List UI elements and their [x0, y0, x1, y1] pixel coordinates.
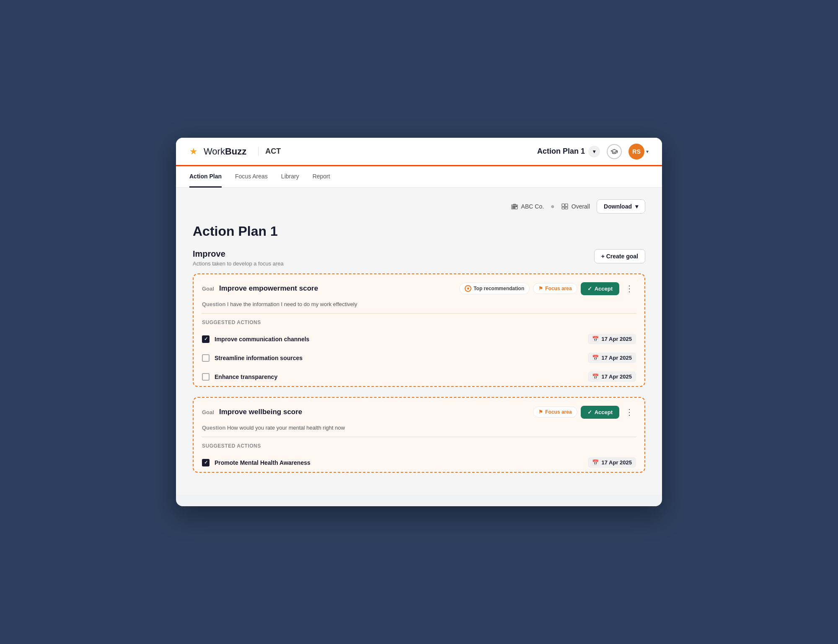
- avatar-chevron: ▾: [646, 149, 649, 155]
- header-right: Action Plan 1 ▾ RS ▾: [537, 144, 649, 160]
- help-icon-button[interactable]: [607, 144, 622, 159]
- svg-rect-2: [514, 206, 515, 206]
- download-button[interactable]: Download ▾: [597, 199, 645, 214]
- content-toolbar: ABC Co. ● Overall Download ▾: [193, 199, 645, 214]
- action-date-1-3: 📅 17 Apr 2025: [588, 371, 636, 382]
- accept-label-1: Accept: [595, 286, 613, 292]
- calendar-icon-2-1: 📅: [592, 459, 599, 466]
- tab-report[interactable]: Report: [313, 166, 330, 188]
- app-section-label: ACT: [258, 147, 281, 156]
- svg-rect-6: [562, 204, 564, 206]
- date-text-1-3: 17 Apr 2025: [601, 374, 632, 380]
- main-content: ABC Co. ● Overall Download ▾ Action Plan…: [176, 188, 662, 495]
- app-header: ★ WorkBuzz ACT Action Plan 1 ▾ RS ▾: [176, 138, 662, 166]
- action-item-1-3: Enhance transparency 📅 17 Apr 2025: [194, 367, 644, 386]
- action-checkbox-1-1[interactable]: [202, 335, 210, 343]
- top-rec-icon: ★: [465, 285, 471, 292]
- section-title-group: Improve Actions taken to develop a focus…: [193, 249, 284, 267]
- accept-label-2: Accept: [595, 409, 613, 415]
- focus-area-label-2: Focus area: [545, 409, 572, 415]
- download-label: Download: [604, 203, 632, 210]
- logo-buzz: Buzz: [225, 146, 246, 157]
- action-label-1-3: Enhance transparency: [215, 374, 583, 380]
- accept-button-1[interactable]: ✓ Accept: [581, 282, 619, 295]
- overall-selector[interactable]: Overall: [561, 203, 590, 210]
- accept-check-icon-2: ✓: [587, 409, 592, 415]
- svg-rect-5: [514, 207, 515, 208]
- goal-1-badges: ★ Top recommendation ⚑ Focus area ✓ Acce…: [459, 282, 636, 295]
- focus-area-badge-1: ⚑ Focus area: [533, 283, 577, 294]
- svg-rect-1: [512, 206, 513, 206]
- tab-library[interactable]: Library: [281, 166, 299, 188]
- svg-rect-8: [562, 207, 564, 209]
- svg-rect-3: [516, 206, 517, 206]
- dot-separator: ●: [551, 203, 555, 210]
- goal-2-badges: ⚑ Focus area ✓ Accept ⋮: [533, 405, 636, 419]
- svg-rect-7: [565, 204, 568, 206]
- section-subtitle: Actions taken to develop a focus area: [193, 260, 284, 267]
- action-checkbox-2-1[interactable]: [202, 459, 210, 466]
- goal-card-2: Goal Improve wellbeing score ⚑ Focus are…: [193, 397, 645, 473]
- section-title: Improve: [193, 249, 284, 259]
- action-label-1-1: Improve communication channels: [215, 336, 583, 343]
- create-goal-button[interactable]: + Create goal: [594, 249, 645, 263]
- date-text-1-1: 17 Apr 2025: [601, 336, 632, 342]
- action-checkbox-1-3[interactable]: [202, 373, 210, 381]
- action-checkbox-1-2[interactable]: [202, 354, 210, 362]
- overall-icon: [561, 204, 568, 209]
- goal-1-title: Improve empowerment score: [219, 284, 454, 293]
- calendar-icon-1-1: 📅: [592, 336, 599, 342]
- svg-rect-9: [565, 207, 568, 209]
- goal-1-label: Goal: [202, 286, 214, 292]
- action-item-1-2: Streamline information sources 📅 17 Apr …: [194, 348, 644, 367]
- browser-window: ★ WorkBuzz ACT Action Plan 1 ▾ RS ▾: [176, 138, 662, 506]
- svg-rect-4: [512, 207, 513, 208]
- download-chevron: ▾: [635, 203, 638, 210]
- focus-area-badge-2: ⚑ Focus area: [533, 407, 577, 417]
- focus-flag-icon-1: ⚑: [538, 286, 543, 291]
- more-menu-button-2[interactable]: ⋮: [623, 405, 636, 419]
- goal-1-suggested-actions-label: Suggested actions: [194, 314, 644, 330]
- action-item-1-1: Improve communication channels 📅 17 Apr …: [194, 330, 644, 348]
- top-recommendation-badge: ★ Top recommendation: [459, 283, 530, 294]
- focus-area-label-1: Focus area: [545, 286, 572, 291]
- action-plan-dropdown-arrow[interactable]: ▾: [588, 146, 600, 157]
- action-label-1-2: Streamline information sources: [215, 355, 583, 361]
- section-header: Improve Actions taken to develop a focus…: [193, 249, 645, 267]
- date-text-1-2: 17 Apr 2025: [601, 355, 632, 361]
- goal-card-1: Goal Improve empowerment score ★ Top rec…: [193, 273, 645, 387]
- goal-2-title: Improve wellbeing score: [219, 408, 528, 416]
- goal-1-question: Question I have the information I need t…: [194, 301, 644, 313]
- user-avatar: RS: [628, 144, 644, 160]
- logo-star-icon: ★: [189, 146, 198, 157]
- action-plan-selector[interactable]: Action Plan 1 ▾: [537, 146, 600, 157]
- nav-tabs: Action Plan Focus Areas Library Report: [176, 166, 662, 188]
- calendar-icon-1-2: 📅: [592, 355, 599, 361]
- action-item-2-1: Promote Mental Health Awareness 📅 17 Apr…: [194, 453, 644, 472]
- page-title: Action Plan 1: [193, 224, 645, 239]
- action-label-2-1: Promote Mental Health Awareness: [215, 459, 583, 466]
- goal-2-label: Goal: [202, 409, 214, 415]
- accept-button-2[interactable]: ✓ Accept: [581, 406, 619, 419]
- action-date-1-1: 📅 17 Apr 2025: [588, 334, 636, 344]
- goal-card-1-header: Goal Improve empowerment score ★ Top rec…: [194, 274, 644, 301]
- goal-card-2-header: Goal Improve wellbeing score ⚑ Focus are…: [194, 398, 644, 425]
- logo: WorkBuzz: [204, 146, 246, 157]
- tab-focus-areas[interactable]: Focus Areas: [235, 166, 268, 188]
- date-text-2-1: 17 Apr 2025: [601, 459, 632, 466]
- tab-action-plan[interactable]: Action Plan: [189, 166, 222, 188]
- logo-work: Work: [204, 146, 225, 157]
- more-menu-button-1[interactable]: ⋮: [623, 282, 636, 295]
- company-icon: [511, 204, 518, 209]
- company-name: ABC Co.: [521, 203, 544, 210]
- action-date-2-1: 📅 17 Apr 2025: [588, 457, 636, 468]
- focus-flag-icon-2: ⚑: [538, 409, 543, 415]
- goal-2-question: Question How would you rate your mental …: [194, 425, 644, 437]
- action-date-1-2: 📅 17 Apr 2025: [588, 353, 636, 363]
- create-goal-label: + Create goal: [601, 253, 638, 260]
- company-selector[interactable]: ABC Co.: [511, 203, 544, 210]
- goal-2-suggested-actions-label: Suggested actions: [194, 437, 644, 453]
- logo-area: ★ WorkBuzz ACT: [189, 146, 281, 157]
- avatar-dropdown[interactable]: RS ▾: [628, 144, 649, 160]
- overall-label: Overall: [572, 203, 590, 210]
